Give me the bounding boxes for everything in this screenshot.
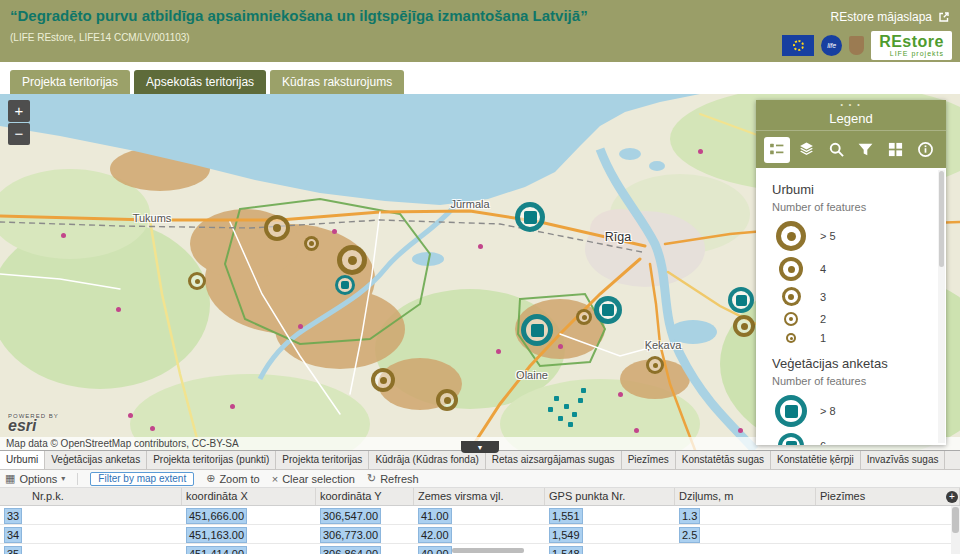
table-tab[interactable]: Urbumi — [0, 451, 45, 469]
borehole-legend-symbol — [776, 221, 806, 251]
table-tab[interactable]: Veģetācijas anketas — [45, 451, 147, 469]
legend-symbol-wrap — [772, 287, 810, 306]
cell-value: 451,163.00 — [186, 527, 247, 543]
cell-value: 41.00 — [418, 508, 452, 524]
table-plus-icon[interactable]: + — [946, 491, 958, 503]
column-header[interactable]: Piezīmes — [816, 488, 960, 505]
map-tab[interactable]: Kūdras raksturojums — [270, 70, 404, 94]
legend-icon[interactable] — [764, 137, 790, 163]
page-title: “Degradēto purvu atbildīga apsaimniekoša… — [10, 7, 588, 24]
clear-selection-label: Clear selection — [282, 473, 355, 485]
restore-logo-text: REstore — [879, 33, 944, 50]
borehole-cluster-marker[interactable] — [188, 272, 206, 290]
table-tab[interactable]: Retas aizsargājamas sugas — [486, 451, 622, 469]
table-tab[interactable]: Invazīvās sugas — [861, 451, 946, 469]
borehole-cluster-marker[interactable] — [576, 309, 592, 325]
table-cell: 1,549 — [545, 525, 675, 543]
clear-icon: × — [272, 473, 278, 485]
table-row[interactable]: 34451,163.00306,773.0042.001,5492.5 — [0, 525, 960, 544]
table-tab[interactable]: Projekta teritorijas (punkti) — [147, 451, 276, 469]
legend-item-label: 2 — [820, 313, 826, 325]
borehole-cluster-marker[interactable] — [337, 245, 367, 275]
borehole-cluster-marker[interactable] — [264, 215, 290, 241]
zoom-in-button[interactable]: + — [8, 100, 30, 122]
table-row[interactable]: 33451,666.00306,547.0041.001,5511.3 — [0, 506, 960, 525]
borehole-dot-symbol — [789, 317, 793, 321]
column-header[interactable]: GPS punkta Nr. — [545, 488, 675, 505]
column-header[interactable]: Nr.p.k. — [0, 488, 182, 505]
table-horizontal-scroll-thumb[interactable] — [452, 548, 524, 553]
vegetation-cluster-marker[interactable] — [728, 287, 754, 313]
coat-of-arms-logo — [849, 36, 864, 55]
panel-drag-dots[interactable]: • • • — [756, 101, 946, 109]
table-collapse-handle[interactable]: ▼ — [461, 441, 499, 453]
legend-content: UrbumiNumber of features> 54321Veģetācij… — [756, 168, 946, 445]
options-button[interactable]: ▦ Options ▾ — [5, 472, 65, 485]
table-cell — [675, 544, 816, 554]
table-cell — [816, 506, 960, 524]
restore-homepage-link[interactable]: REstore mājaslapa — [831, 10, 950, 24]
vegetation-cluster-marker[interactable] — [335, 275, 355, 295]
borehole-dot-symbol — [380, 377, 387, 384]
vegetation-cluster-marker[interactable] — [515, 202, 545, 232]
borehole-cluster-marker[interactable] — [304, 236, 319, 251]
borehole-dot-symbol — [787, 232, 796, 241]
info-icon[interactable] — [912, 137, 938, 163]
table-cell: 34 — [0, 525, 182, 543]
cell-value: 306,773.00 — [320, 527, 381, 543]
table-cell: 451,666.00 — [182, 506, 316, 524]
table-cell: 451,163.00 — [182, 525, 316, 543]
legend-item: > 5 — [772, 221, 946, 251]
zoom-out-button[interactable]: − — [8, 123, 30, 145]
vegetation-square-symbol — [341, 281, 349, 289]
cell-value: 42.00 — [418, 527, 452, 543]
table-tab[interactable]: Konstatētās sugas — [676, 451, 771, 469]
column-header[interactable]: Dziļums, m — [675, 488, 816, 505]
refresh-button[interactable]: ↻ Refresh — [367, 472, 419, 485]
options-label: Options — [19, 473, 57, 485]
filter-by-map-extent-button[interactable]: Filter by map extent — [90, 472, 194, 486]
life-programme-logo: life — [821, 35, 842, 56]
legend-scroll-thumb[interactable] — [939, 171, 944, 267]
vegetation-cluster-marker[interactable] — [594, 296, 622, 324]
map-tab[interactable]: Apsekotās teritorijas — [134, 70, 266, 94]
eu-stars-icon — [793, 40, 804, 51]
borehole-cluster-marker[interactable] — [733, 315, 755, 337]
borehole-legend-symbol — [786, 333, 796, 343]
legend-caption: Number of features — [772, 201, 946, 213]
legend-section: UrbumiNumber of features> 54321 — [772, 182, 946, 344]
table-vertical-scrollbar[interactable] — [951, 506, 960, 554]
table-tab[interactable]: Kūdrāja (Kūdras fonda) — [369, 451, 485, 469]
zoom-to-label: Zoom to — [219, 473, 259, 485]
borehole-cluster-marker[interactable] — [436, 389, 458, 411]
table-toolbar: ▦ Options ▾ Filter by map extent ⊕ Zoom … — [0, 470, 960, 488]
search-icon[interactable] — [823, 137, 849, 163]
table-tab[interactable]: Piezīmes — [622, 451, 676, 469]
basemap-grid-icon[interactable] — [882, 137, 908, 163]
table-tab-bar: UrbumiVeģetācijas anketasProjekta terito… — [0, 451, 960, 470]
clear-selection-button[interactable]: × Clear selection — [272, 473, 355, 485]
layers-icon[interactable] — [793, 137, 819, 163]
table-body: 33451,666.00306,547.0041.001,5511.334451… — [0, 506, 960, 554]
options-grid-icon: ▦ — [5, 472, 15, 485]
legend-item-label: 3 — [820, 291, 826, 303]
zoom-to-button[interactable]: ⊕ Zoom to — [206, 472, 260, 485]
legend-symbol-wrap — [772, 221, 810, 251]
table-tab[interactable]: Konstatētie ķērpji — [771, 451, 861, 469]
legend-header[interactable]: • • • Legend — [756, 100, 946, 130]
borehole-cluster-marker[interactable] — [371, 368, 395, 392]
table-tab[interactable]: Projekta teritorijas — [276, 451, 369, 469]
map-tab[interactable]: Projekta teritorijas — [10, 70, 130, 94]
vegetation-cluster-marker[interactable] — [521, 314, 553, 346]
restore-logo-subtext: LIFE projekts — [879, 50, 944, 57]
column-header[interactable]: koordināta Y — [316, 488, 414, 505]
cell-value: 2.5 — [679, 527, 700, 543]
borehole-cluster-marker[interactable] — [646, 356, 664, 374]
vegetation-legend-symbol — [775, 395, 807, 427]
table-scroll-thumb[interactable] — [952, 507, 959, 533]
column-header[interactable]: Zemes virsma vjl. — [414, 488, 545, 505]
column-header[interactable]: koordināta X — [182, 488, 316, 505]
legend-scrollbar[interactable] — [938, 170, 945, 443]
filter-icon[interactable] — [853, 137, 879, 163]
homepage-link-label: REstore mājaslapa — [831, 10, 932, 24]
